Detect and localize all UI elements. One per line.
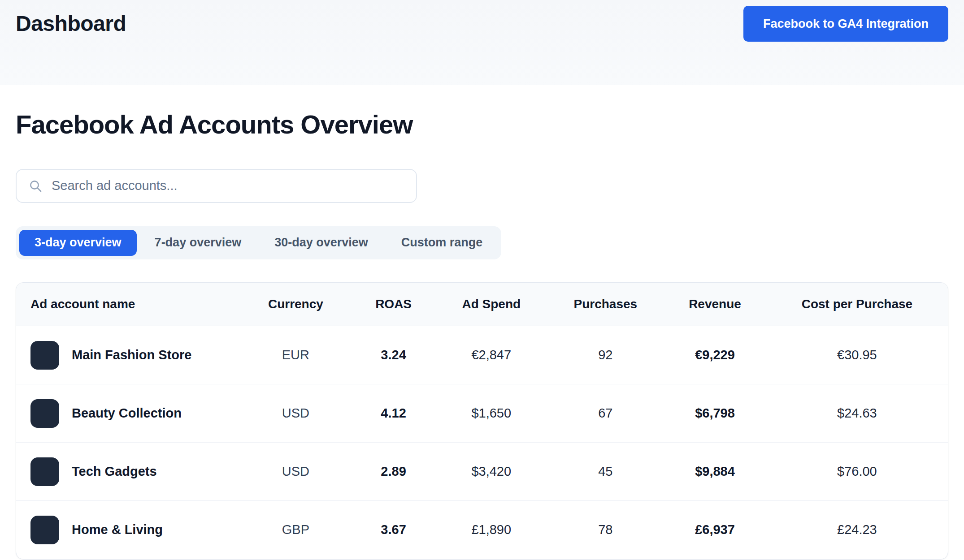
currency-cell: USD bbox=[240, 384, 352, 443]
account-name-cell: Main Fashion Store bbox=[16, 326, 240, 384]
purchases-cell: 92 bbox=[547, 326, 664, 384]
account-name-cell: Beauty Collection bbox=[16, 384, 240, 443]
ad-spend-cell: £1,890 bbox=[435, 501, 547, 559]
purchases-cell: 45 bbox=[547, 443, 664, 501]
facebook-to-ga4-integration-button[interactable]: Facebook to GA4 Integration bbox=[743, 6, 948, 42]
roas-cell: 4.12 bbox=[352, 384, 435, 443]
column-header-roas: ROAS bbox=[352, 283, 435, 326]
revenue-cell: €9,229 bbox=[664, 326, 766, 384]
tab-30-day-overview[interactable]: 30-day overview bbox=[259, 230, 383, 256]
revenue-cell: $9,884 bbox=[664, 443, 766, 501]
column-header-purchases: Purchases bbox=[547, 283, 664, 326]
ad-spend-cell: €2,847 bbox=[435, 326, 547, 384]
roas-cell: 3.24 bbox=[352, 326, 435, 384]
account-name: Home & Living bbox=[72, 522, 163, 537]
column-header-ad-account-name: Ad account name bbox=[16, 283, 240, 326]
purchases-cell: 78 bbox=[547, 501, 664, 559]
account-name: Main Fashion Store bbox=[72, 348, 191, 362]
table-header-row: Ad account nameCurrencyROASAd SpendPurch… bbox=[16, 283, 948, 326]
account-name-cell: Tech Gadgets bbox=[16, 443, 240, 501]
purchases-cell: 67 bbox=[547, 384, 664, 443]
ad-accounts-table: Ad account nameCurrencyROASAd SpendPurch… bbox=[16, 283, 948, 559]
column-header-cost-per-purchase: Cost per Purchase bbox=[766, 283, 948, 326]
ad-accounts-table-card: Ad account nameCurrencyROASAd SpendPurch… bbox=[16, 282, 948, 560]
search-box[interactable] bbox=[16, 169, 417, 203]
account-name-cell: Home & Living bbox=[16, 501, 240, 559]
currency-cell: USD bbox=[240, 443, 352, 501]
account-name: Tech Gadgets bbox=[72, 464, 157, 479]
table-row[interactable]: Tech GadgetsUSD2.89$3,42045$9,884$76.00 bbox=[16, 443, 948, 501]
tab-7-day-overview[interactable]: 7-day overview bbox=[139, 230, 257, 256]
account-name: Beauty Collection bbox=[72, 406, 182, 421]
search-icon bbox=[28, 179, 43, 193]
column-header-revenue: Revenue bbox=[664, 283, 766, 326]
column-header-currency: Currency bbox=[240, 283, 352, 326]
account-avatar bbox=[30, 399, 59, 428]
table-row[interactable]: Home & LivingGBP3.67£1,89078£6,937£24.23 bbox=[16, 501, 948, 559]
table-body: Main Fashion StoreEUR3.24€2,84792€9,229€… bbox=[16, 326, 948, 559]
account-avatar bbox=[30, 457, 59, 486]
cost-per-purchase-cell: $24.63 bbox=[766, 384, 948, 443]
app-title: Dashboard bbox=[16, 11, 126, 36]
top-bar: Dashboard Facebook to GA4 Integration bbox=[0, 0, 964, 85]
ad-spend-cell: $3,420 bbox=[435, 443, 547, 501]
main-content: Facebook Ad Accounts Overview 3-day over… bbox=[0, 110, 964, 560]
cost-per-purchase-cell: €30.95 bbox=[766, 326, 948, 384]
table-row[interactable]: Main Fashion StoreEUR3.24€2,84792€9,229€… bbox=[16, 326, 948, 384]
tab-3-day-overview[interactable]: 3-day overview bbox=[19, 230, 137, 256]
revenue-cell: £6,937 bbox=[664, 501, 766, 559]
cost-per-purchase-cell: £24.23 bbox=[766, 501, 948, 559]
page-title: Facebook Ad Accounts Overview bbox=[16, 110, 948, 140]
search-input[interactable] bbox=[52, 178, 404, 193]
table-row[interactable]: Beauty CollectionUSD4.12$1,65067$6,798$2… bbox=[16, 384, 948, 443]
tab-custom-range[interactable]: Custom range bbox=[386, 230, 498, 256]
ad-spend-cell: $1,650 bbox=[435, 384, 547, 443]
account-avatar bbox=[30, 516, 59, 544]
currency-cell: GBP bbox=[240, 501, 352, 559]
revenue-cell: $6,798 bbox=[664, 384, 766, 443]
column-header-ad-spend: Ad Spend bbox=[435, 283, 547, 326]
roas-cell: 3.67 bbox=[352, 501, 435, 559]
currency-cell: EUR bbox=[240, 326, 352, 384]
cost-per-purchase-cell: $76.00 bbox=[766, 443, 948, 501]
account-avatar bbox=[30, 341, 59, 370]
period-tabs: 3-day overview7-day overview30-day overv… bbox=[16, 226, 501, 259]
roas-cell: 2.89 bbox=[352, 443, 435, 501]
